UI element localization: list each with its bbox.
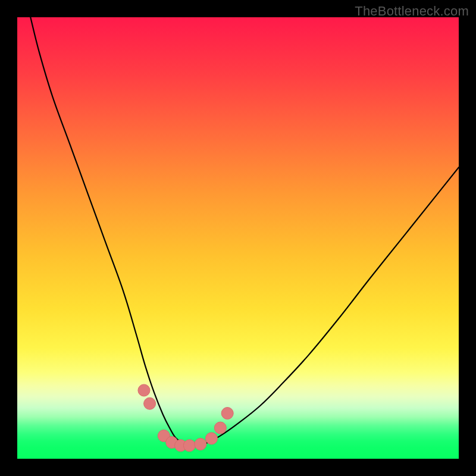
valley-dot xyxy=(195,438,206,450)
valley-dot xyxy=(214,422,226,434)
watermark-text: TheBottleneck.com xyxy=(355,4,469,19)
valley-dot xyxy=(221,408,233,419)
plot-area xyxy=(17,17,459,459)
valley-dot xyxy=(183,440,195,452)
markers-layer xyxy=(17,17,459,459)
valley-dot xyxy=(138,384,150,396)
valley-dot xyxy=(144,397,156,409)
chart-frame: TheBottleneck.com xyxy=(0,0,476,476)
valley-dot xyxy=(205,433,217,444)
